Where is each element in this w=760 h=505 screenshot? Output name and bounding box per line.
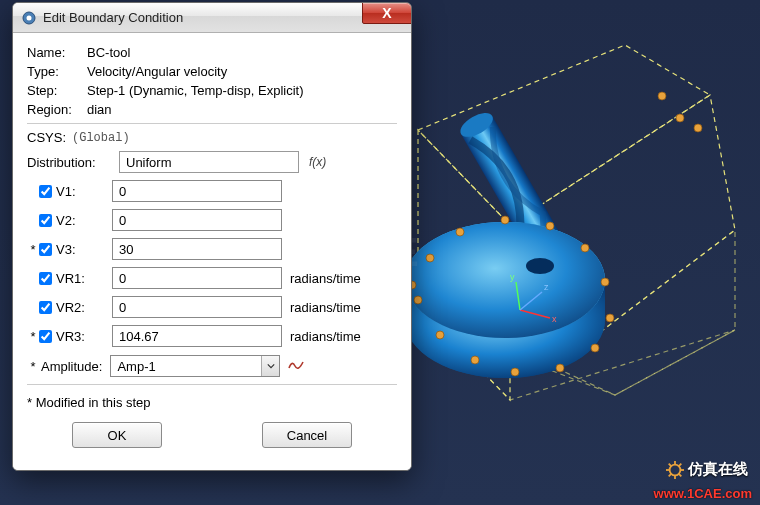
- svg-point-34: [658, 92, 666, 100]
- svg-point-27: [546, 222, 554, 230]
- svg-line-43: [679, 473, 682, 476]
- svg-line-42: [669, 463, 672, 466]
- svg-point-28: [501, 216, 509, 224]
- svg-text:z: z: [544, 282, 549, 292]
- vr3-unit: radians/time: [290, 329, 361, 344]
- v3-label: V3:: [56, 242, 112, 257]
- svg-point-36: [27, 15, 32, 20]
- region-label: Region:: [27, 102, 87, 117]
- dialog-content: Name:BC-tool Type:Velocity/Angular veloc…: [13, 33, 411, 470]
- amplitude-curve-icon[interactable]: [288, 358, 304, 375]
- v3-checkbox[interactable]: [39, 243, 52, 256]
- vr1-label: VR1:: [56, 271, 112, 286]
- vr2-label: VR2:: [56, 300, 112, 315]
- amplitude-value: Amp-1: [117, 359, 155, 374]
- field-v3: * V3:: [27, 237, 397, 261]
- svg-text:x: x: [552, 314, 557, 324]
- field-v2: V2:: [27, 208, 397, 232]
- svg-point-20: [471, 356, 479, 364]
- amplitude-label: Amplitude:: [41, 359, 102, 374]
- csys-label: CSYS:: [27, 130, 72, 145]
- distribution-combo[interactable]: Uniform: [119, 151, 299, 173]
- step-label: Step:: [27, 83, 87, 98]
- chevron-down-icon: [261, 356, 279, 376]
- v3-input[interactable]: [112, 238, 282, 260]
- brand-watermark: 仿真在线: [666, 460, 748, 479]
- v1-input[interactable]: [112, 180, 282, 202]
- velocity-fields: V1: V2: * V3: VR1:: [27, 179, 397, 348]
- type-label: Type:: [27, 64, 87, 79]
- v1-checkbox[interactable]: [39, 185, 52, 198]
- dialog-title: Edit Boundary Condition: [43, 10, 183, 25]
- vr2-input[interactable]: [112, 296, 282, 318]
- v2-checkbox[interactable]: [39, 214, 52, 227]
- brand-text: 仿真在线: [688, 460, 748, 479]
- vr1-input[interactable]: [112, 267, 282, 289]
- cancel-button[interactable]: Cancel: [262, 422, 352, 448]
- svg-line-45: [679, 463, 682, 466]
- type-value: Velocity/Angular velocity: [87, 64, 227, 79]
- close-button[interactable]: X: [362, 2, 412, 24]
- gear-icon: [666, 461, 684, 479]
- vr3-label: VR3:: [56, 329, 112, 344]
- svg-point-11: [526, 258, 554, 274]
- separator: [27, 123, 397, 124]
- button-row: OK Cancel: [27, 422, 397, 458]
- amplitude-row: * Amplitude: Amp-1: [27, 354, 397, 378]
- ok-button[interactable]: OK: [72, 422, 162, 448]
- svg-point-21: [511, 368, 519, 376]
- svg-point-23: [591, 344, 599, 352]
- viewport-3d[interactable]: x y z: [400, 0, 760, 505]
- name-value: BC-tool: [87, 45, 130, 60]
- vr1-checkbox[interactable]: [39, 272, 52, 285]
- svg-point-32: [676, 114, 684, 122]
- svg-point-10: [405, 222, 605, 338]
- svg-point-29: [456, 228, 464, 236]
- svg-point-24: [606, 314, 614, 322]
- v2-label: V2:: [56, 213, 112, 228]
- region-value: dian: [87, 102, 112, 117]
- field-vr3: * VR3: radians/time: [27, 324, 397, 348]
- distribution-value: Uniform: [126, 155, 172, 170]
- name-label: Name:: [27, 45, 87, 60]
- titlebar[interactable]: Edit Boundary Condition X: [13, 3, 411, 33]
- app-icon: [21, 10, 37, 26]
- vr2-checkbox[interactable]: [39, 301, 52, 314]
- field-vr2: VR2: radians/time: [27, 295, 397, 319]
- modified-note: * Modified in this step: [27, 395, 397, 410]
- svg-point-19: [436, 331, 444, 339]
- svg-point-33: [694, 124, 702, 132]
- vr3-input[interactable]: [112, 325, 282, 347]
- close-icon: X: [382, 5, 391, 21]
- vr2-unit: radians/time: [290, 300, 361, 315]
- fx-icon[interactable]: f(x): [309, 155, 326, 169]
- distribution-label: Distribution:: [27, 155, 119, 170]
- field-vr1: VR1: radians/time: [27, 266, 397, 290]
- svg-point-18: [414, 296, 422, 304]
- model-render: x y z: [400, 0, 760, 505]
- svg-text:y: y: [510, 272, 515, 282]
- vr1-unit: radians/time: [290, 271, 361, 286]
- amplitude-combo[interactable]: Amp-1: [110, 355, 280, 377]
- svg-point-30: [426, 254, 434, 262]
- v2-input[interactable]: [112, 209, 282, 231]
- vr3-checkbox[interactable]: [39, 330, 52, 343]
- csys-value: (Global): [72, 131, 130, 145]
- v1-label: V1:: [56, 184, 112, 199]
- amp-star: *: [27, 359, 39, 374]
- url-watermark: www.1CAE.com: [654, 486, 752, 501]
- edit-bc-dialog: Edit Boundary Condition X Name:BC-tool T…: [12, 2, 412, 471]
- svg-line-44: [669, 473, 672, 476]
- step-value: Step-1 (Dynamic, Temp-disp, Explicit): [87, 83, 304, 98]
- svg-point-25: [601, 278, 609, 286]
- svg-point-26: [581, 244, 589, 252]
- field-v1: V1:: [27, 179, 397, 203]
- svg-point-22: [556, 364, 564, 372]
- separator-2: [27, 384, 397, 385]
